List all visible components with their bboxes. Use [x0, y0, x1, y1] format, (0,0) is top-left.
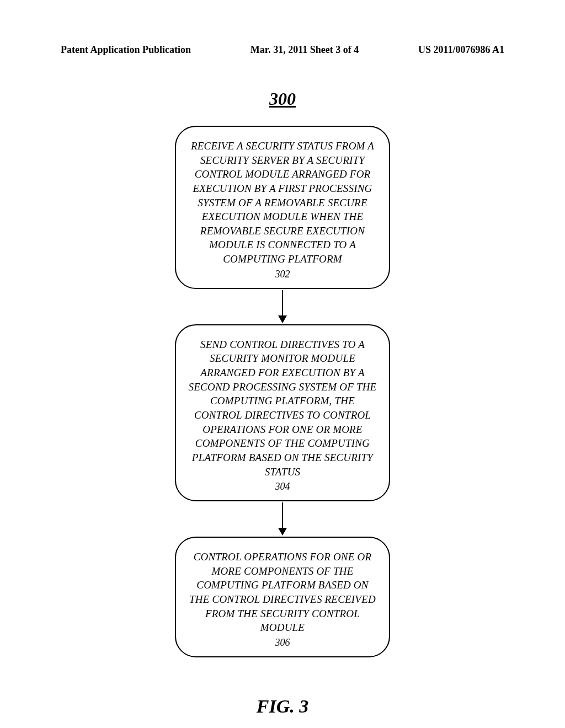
flow-step-num: 302 [186, 269, 379, 280]
arrow-head-icon [278, 315, 287, 323]
flow-step-304: SEND CONTROL DIRECTIVES TO A SECURITY MO… [175, 324, 390, 501]
page-header: Patent Application Publication Mar. 31, … [61, 44, 504, 56]
figure-label: FIG. 3 [61, 696, 504, 717]
header-left: Patent Application Publication [61, 44, 191, 56]
flowchart: RECEIVE A SECURITY STATUS FROM A SECURIT… [61, 126, 504, 657]
flow-step-num: 304 [186, 481, 379, 493]
flow-arrow [278, 502, 287, 536]
arrow-line [282, 502, 284, 528]
arrow-line [282, 290, 284, 315]
header-right: US 2011/0076986 A1 [418, 44, 504, 56]
flow-arrow [278, 290, 287, 323]
arrow-head-icon [278, 528, 287, 536]
header-center: Mar. 31, 2011 Sheet 3 of 4 [250, 44, 359, 56]
page: Patent Application Publication Mar. 31, … [0, 0, 565, 728]
flow-step-text: SEND CONTROL DIRECTIVES TO A SECURITY MO… [186, 338, 379, 479]
flow-step-306: CONTROL OPERATIONS FOR ONE OR MORE COMPO… [175, 537, 390, 657]
figure-number: 300 [61, 89, 504, 109]
flow-step-text: CONTROL OPERATIONS FOR ONE OR MORE COMPO… [186, 550, 379, 635]
flow-step-text: RECEIVE A SECURITY STATUS FROM A SECURIT… [186, 139, 379, 266]
flow-step-302: RECEIVE A SECURITY STATUS FROM A SECURIT… [175, 126, 390, 289]
flow-step-num: 306 [186, 637, 379, 649]
